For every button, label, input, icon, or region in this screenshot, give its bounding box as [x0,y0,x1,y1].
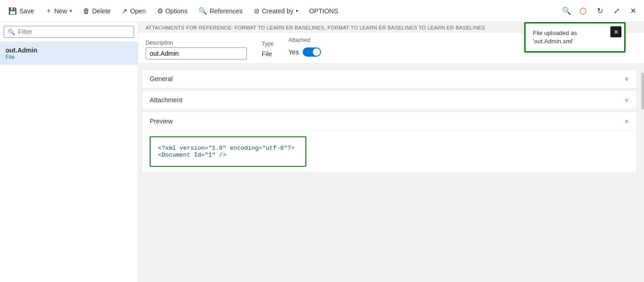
refresh-icon-button[interactable]: ↻ [592,4,607,18]
office-icon-button[interactable]: ⬡ [576,4,591,18]
section-preview-header[interactable]: Preview ∧ [142,112,636,130]
section-attachment-header[interactable]: Attachment ∨ [142,91,636,109]
sidebar-item-title: out.Admin [6,47,132,54]
section-attachment-title: Attachment [150,96,182,104]
external-link-icon: ⤢ [614,6,620,15]
options-caps-label: OPTIONS [309,7,338,15]
notification-line1: File uploaded as [533,29,577,36]
open-icon: ↗ [122,7,128,15]
created-by-button[interactable]: ⊘ Created by ▾ [249,4,303,18]
section-general-chevron-icon: ∨ [625,76,629,82]
section-preview-title: Preview [150,118,173,125]
save-label: Save [19,7,34,15]
sidebar-item-subtitle: File [6,54,132,60]
toggle-knob [313,48,320,56]
preview-line2: <Document Id="1" /> [158,152,226,159]
refresh-icon: ↻ [597,6,603,15]
section-preview: Preview ∧ <?xml version="1.0" encoding="… [142,112,637,173]
delete-label: Delete [92,7,111,15]
new-icon: ＋ [45,6,52,15]
close-window-button[interactable]: ✕ [626,4,640,18]
notification-text: File uploaded as 'out.Admin.xml' [533,29,606,46]
external-link-icon-button[interactable]: ⤢ [609,4,624,18]
open-label: Open [130,7,146,15]
section-general-title: General [150,75,173,82]
created-by-chevron-icon: ▾ [296,8,298,13]
open-button[interactable]: ↗ Open [117,4,150,18]
attached-field: Attached Yes [288,37,321,59]
options-label: Options [165,7,187,15]
description-field: Description [146,40,247,59]
notification-line2: 'out.Admin.xml' [533,38,573,45]
section-general: General ∨ [142,69,637,88]
new-label: New [54,7,67,15]
sections-wrapper: General ∨ Attachment ∨ Preview ∧ [138,64,644,282]
close-window-icon: ✕ [630,6,636,15]
filter-search-icon: 🔍 [8,29,15,35]
description-input[interactable] [146,47,247,59]
references-icon: 🔍 [199,7,207,15]
filter-input-wrap: 🔍 [4,26,134,38]
save-icon: 💾 [8,7,17,15]
type-value: File [262,48,274,59]
filter-container: 🔍 [0,22,138,42]
save-button[interactable]: 💾 Save [4,4,39,18]
section-general-header[interactable]: General ∨ [142,70,636,88]
references-label: References [210,7,243,15]
toolbar: 💾 Save ＋ New ▾ 🗑 Delete ↗ Open ⚙ Options… [0,0,644,22]
sections-area: General ∨ Attachment ∨ Preview ∧ [138,64,640,282]
search-icon: 🔍 [562,6,571,15]
attached-toggle[interactable] [303,47,321,57]
scrollbar-thumb[interactable] [641,73,644,110]
section-attachment-chevron-icon: ∨ [625,97,629,103]
notification-popup: File uploaded as 'out.Admin.xml' ✕ [524,22,626,53]
sidebar-item-out-admin[interactable]: out.Admin File [0,42,138,65]
delete-button[interactable]: 🗑 Delete [78,4,115,18]
options-caps-button[interactable]: OPTIONS [304,5,343,18]
new-chevron-icon: ▾ [70,8,72,13]
references-button[interactable]: 🔍 References [194,4,247,18]
filter-input[interactable] [18,28,130,35]
description-label: Description [146,40,247,46]
section-preview-chevron-icon: ∧ [625,118,629,124]
attached-label: Attached [288,37,321,43]
filter-icon: ⊘ [254,7,260,15]
preview-line1: <?xml version="1.0" encoding="utf-8"?> [158,145,294,152]
type-label: Type [262,41,274,47]
content-area: ATTACHMENTS FOR REFERENCE: FORMAT TO LEA… [138,22,644,282]
attached-toggle-container: Yes [288,45,321,59]
created-by-label: Created by [262,7,293,15]
new-button[interactable]: ＋ New ▾ [41,4,76,18]
toolbar-right: 🔍 ⬡ ↻ ⤢ ✕ [559,4,640,18]
type-field: Type File [262,41,274,59]
scrollbar-track[interactable] [640,64,644,282]
section-preview-content: <?xml version="1.0" encoding="utf-8"?> <… [142,130,636,172]
attached-value: Yes [288,47,299,58]
delete-icon: 🗑 [83,7,90,15]
search-icon-button[interactable]: 🔍 [559,4,574,18]
options-button[interactable]: ⚙ Options [152,4,192,18]
sidebar: 🔍 out.Admin File [0,22,138,282]
options-gear-icon: ⚙ [157,7,163,15]
preview-code-block: <?xml version="1.0" encoding="utf-8"?> <… [150,136,306,167]
notification-close-icon: ✕ [614,29,619,35]
main-layout: 🔍 out.Admin File ATTACHMENTS FOR REFEREN… [0,22,644,282]
office-icon: ⬡ [580,6,587,16]
notification-close-button[interactable]: ✕ [610,26,621,37]
section-attachment: Attachment ∨ [142,90,637,110]
